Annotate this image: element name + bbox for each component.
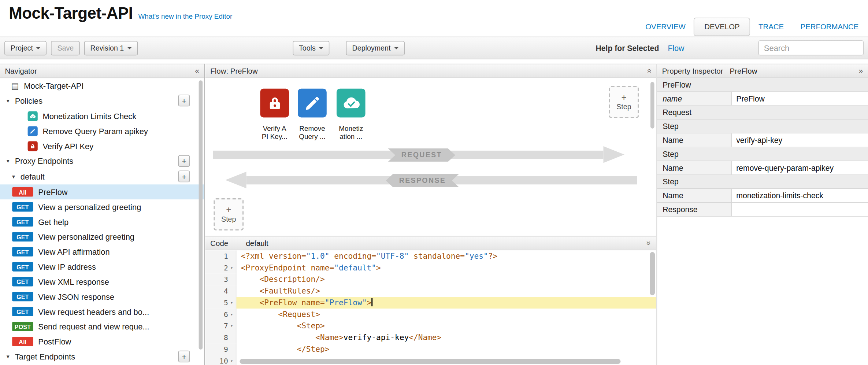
- tools-button[interactable]: Tools: [293, 41, 329, 55]
- inspector-field-value[interactable]: verify-api-key: [732, 133, 868, 147]
- add-step-request-button[interactable]: + Step: [609, 86, 639, 118]
- code-line[interactable]: 7▾ <Step>: [205, 320, 656, 332]
- get-badge: GET: [12, 262, 33, 272]
- line-number: 3: [224, 274, 228, 285]
- flow-item[interactable]: GETView a personalized greeting: [0, 199, 204, 214]
- code-token: <FaultRules/>: [259, 286, 320, 295]
- code-token: [241, 298, 259, 307]
- triangle-down-icon: ▼: [5, 158, 10, 164]
- step-button-label: Step: [616, 102, 631, 111]
- flow-item[interactable]: GETView API affirmation: [0, 244, 204, 259]
- flow-item[interactable]: GETView XML response: [0, 274, 204, 289]
- triangle-down-icon: ▼: [5, 98, 10, 104]
- flow-policy-cloud-check[interactable]: Monetization ...: [330, 89, 372, 141]
- flow-item[interactable]: GETView personalized greeting: [0, 229, 204, 244]
- add-flow-button[interactable]: +: [178, 171, 190, 182]
- fold-toggle-icon[interactable]: ▾: [229, 309, 235, 320]
- get-badge: GET: [12, 232, 33, 242]
- flow-item[interactable]: GETView JSON response: [0, 289, 204, 304]
- deployment-button[interactable]: Deployment: [346, 41, 404, 55]
- fold-toggle-icon[interactable]: ▾: [229, 320, 235, 332]
- flow-item[interactable]: GETView request headers and bo...: [0, 304, 204, 319]
- target-endpoints-section-label: Target Endpoints: [15, 352, 75, 361]
- code-line[interactable]: 1<?xml version="1.0" encoding="UTF-8" st…: [205, 250, 656, 262]
- whats-new-link[interactable]: What's new in the Proxy Editor: [138, 13, 233, 21]
- expand-code-icon[interactable]: »: [645, 241, 653, 246]
- code-editor[interactable]: 1<?xml version="1.0" encoding="UTF-8" st…: [205, 250, 656, 365]
- code-token: verify-api-key: [344, 333, 409, 342]
- line-number: 8: [224, 332, 228, 343]
- plus-icon: +: [226, 206, 231, 214]
- expand-inspector-icon[interactable]: »: [859, 67, 863, 75]
- flow-item[interactable]: AllPreFlow: [0, 184, 204, 199]
- tab-performance[interactable]: PERFORMANCE: [792, 18, 867, 36]
- policy-item[interactable]: Remove Query Param apikey: [0, 123, 204, 139]
- fold-toggle-icon[interactable]: ▾: [229, 297, 235, 309]
- code-target-label[interactable]: default: [246, 239, 268, 247]
- tab-overview[interactable]: OVERVIEW: [637, 18, 694, 36]
- code-line[interactable]: 9 </Step>: [205, 343, 656, 355]
- proxy-group-default[interactable]: ▼ default +: [0, 169, 204, 184]
- navigator-tree: ▤ Mock-Target-API ▼ Policies + Monetizat…: [0, 78, 204, 365]
- code-hscrollbar-thumb[interactable]: [240, 359, 620, 364]
- add-proxy-endpoint-button[interactable]: +: [178, 155, 190, 167]
- code-line[interactable]: 4 <FaultRules/>: [205, 285, 656, 297]
- add-target-endpoint-button[interactable]: +: [178, 351, 190, 362]
- code-token: "PreFlow": [325, 298, 367, 307]
- flow-policy-label-line: PI Key...: [262, 133, 288, 141]
- help-for-selected-label: Help for Selected: [596, 44, 659, 52]
- flow-policy-lock[interactable]: Verify API Key...: [253, 89, 296, 141]
- fold-toggle-icon[interactable]: ▾: [229, 355, 235, 365]
- flow-item[interactable]: GETView IP address: [0, 259, 204, 274]
- code-text: </Step>: [236, 343, 656, 355]
- navigator-scrollbar-thumb[interactable]: [199, 80, 203, 350]
- add-step-response-button[interactable]: + Step: [214, 198, 244, 231]
- inspector-field-value[interactable]: [732, 203, 868, 216]
- collapse-flow-icon[interactable]: »: [645, 69, 653, 73]
- add-policy-button[interactable]: +: [178, 95, 190, 106]
- inspector-field-label: Response: [657, 203, 732, 216]
- code-vscrollbar-thumb[interactable]: [650, 252, 655, 295]
- code-line[interactable]: 6▾ <Request>: [205, 309, 656, 320]
- policy-item[interactable]: Monetization Limits Check: [0, 108, 204, 123]
- flow-policy-pencil[interactable]: RemoveQuery ...: [291, 89, 333, 141]
- code-token: standalone=: [409, 251, 465, 260]
- project-button-label: Project: [11, 44, 33, 52]
- flow-scrollbar-thumb[interactable]: [650, 82, 654, 129]
- inspector-field-value[interactable]: PreFlow: [732, 92, 868, 105]
- flow-item[interactable]: POSTSend request and view reque...: [0, 319, 204, 334]
- target-endpoints-section-header[interactable]: ▼ Target Endpoints +: [0, 349, 204, 364]
- proxy-editor-app: Mock-Target-API What's new in the Proxy …: [0, 0, 868, 365]
- save-button[interactable]: Save: [51, 41, 80, 55]
- main-content: Navigator « ▤ Mock-Target-API ▼ Policies…: [0, 64, 868, 365]
- text-cursor: [371, 298, 372, 306]
- flow-item[interactable]: AllPostFlow: [0, 334, 204, 349]
- flow-item-label: View request headers and bo...: [38, 307, 149, 316]
- code-token: "UTF-8": [376, 251, 409, 260]
- inspector-field-value[interactable]: monetization-limits-check: [732, 189, 868, 202]
- fold-toggle-icon[interactable]: ▾: [229, 262, 235, 274]
- collapse-navigator-icon[interactable]: «: [195, 67, 199, 75]
- get-badge: GET: [12, 202, 33, 212]
- nav-root-item[interactable]: ▤ Mock-Target-API: [0, 78, 204, 93]
- code-line[interactable]: 2▾<ProxyEndpoint name="default">: [205, 262, 656, 274]
- code-token: encoding=: [330, 251, 376, 260]
- revision-button[interactable]: Revision 1: [84, 41, 138, 55]
- tab-develop[interactable]: DEVELOP: [694, 18, 750, 36]
- policies-section-header[interactable]: ▼ Policies +: [0, 93, 204, 108]
- plus-icon: +: [621, 93, 626, 101]
- code-line[interactable]: 3 <Description/>: [205, 274, 656, 285]
- get-badge: GET: [12, 217, 33, 227]
- code-token: [241, 344, 297, 353]
- inspector-field-value[interactable]: remove-query-param-apikey: [732, 161, 868, 174]
- help-flow-link[interactable]: Flow: [668, 44, 685, 52]
- tab-trace[interactable]: TRACE: [750, 18, 792, 36]
- project-button[interactable]: Project: [4, 41, 47, 55]
- proxy-endpoints-section-header[interactable]: ▼ Proxy Endpoints +: [0, 154, 204, 169]
- flow-item[interactable]: GETGet help: [0, 214, 204, 229]
- policy-item[interactable]: Verify API Key: [0, 139, 204, 154]
- app-header: Mock-Target-API What's new in the Proxy …: [0, 0, 868, 37]
- code-line[interactable]: 5▾ <PreFlow name="PreFlow">: [205, 297, 656, 309]
- code-line[interactable]: 8 <Name>verify-api-key</Name>: [205, 332, 656, 343]
- search-input[interactable]: [758, 40, 864, 55]
